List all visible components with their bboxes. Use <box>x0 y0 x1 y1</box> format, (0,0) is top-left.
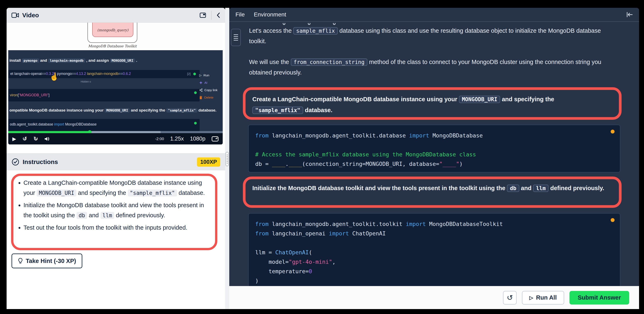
time-remaining: -2:00 <box>155 137 164 141</box>
cell-run-count: [2] <box>187 72 190 76</box>
video-code-cell-2: viron["MONGODB_URI"] <box>8 89 200 102</box>
instruction-bullet-3: Test out the four tools from the toolkit… <box>24 223 210 233</box>
run-all-play-icon: ▷ <box>529 295 533 301</box>
collapse-panel-chevron-left-icon[interactable] <box>216 12 220 18</box>
menu-item-delete: Delete <box>199 94 222 101</box>
video-camera-icon <box>12 12 19 18</box>
modified-dot <box>611 130 614 134</box>
rewind-10-icon[interactable]: ↺10 <box>22 136 27 142</box>
clipped-scrolled-text <box>283 23 336 25</box>
instructions-title: Instructions <box>23 158 58 166</box>
video-player[interactable]: (mongodb_query) MongoDB Database Toolkit… <box>8 23 223 144</box>
menu-environment[interactable]: Environment <box>254 11 286 18</box>
video-progress-bar[interactable] <box>8 131 223 133</box>
code-cell-1[interactable]: from langchain_mongodb.agent_toolkit.dat… <box>248 125 620 172</box>
markdown-paragraph-1: Let's access the sample_mflix database u… <box>249 26 618 46</box>
video-controls-bar: ▶ ↺10 ↻10 -2:00 1.25x 1080p <box>8 133 223 144</box>
ai-sparkle-icon <box>199 81 202 84</box>
menu-item-ai: AI <box>199 79 222 86</box>
share-icon <box>199 88 202 92</box>
instructions-header: Instructions 100XP <box>6 153 225 170</box>
panel-resize-gutter[interactable] <box>225 8 229 309</box>
run-status-dot <box>194 91 197 94</box>
check-circle-icon <box>12 158 19 166</box>
collapse-panel-right-icon[interactable] <box>626 12 633 18</box>
menu-item-run: ▷ Run <box>199 72 222 79</box>
trash-icon <box>199 96 202 100</box>
video-text-row-1: install pymongo and langchain-mongodb , … <box>10 58 137 63</box>
task-callout-1: Create a LangChain-compatible MongoDB da… <box>252 94 606 116</box>
toolkit-box-label: MongoDB Database Toolkit <box>88 44 137 48</box>
instruction-bullet-1: Create a LangChain-compatible MongoDB da… <box>24 178 210 198</box>
video-code-cell-3: odb.agent_toolkit.database import MongoD… <box>8 119 200 131</box>
instructions-body: Create a LangChain-compatible MongoDB da… <box>6 170 225 309</box>
header-divider <box>211 11 212 20</box>
cell-list-icon[interactable] <box>231 29 241 46</box>
run-all-button[interactable]: ▷ Run All <box>522 291 564 304</box>
forward-10-icon[interactable]: ↻10 <box>33 136 38 142</box>
play-icon[interactable]: ▶ <box>12 136 16 141</box>
volume-icon[interactable] <box>44 136 50 141</box>
menu-file[interactable]: File <box>236 11 245 18</box>
video-code-1: et langchain-openai==0.3.28 pymongo==4.1… <box>10 72 200 76</box>
bulb-icon <box>18 258 23 264</box>
video-cell-context-menu: ▷ Run AI <box>199 72 222 101</box>
hidden-output-label: Hidden o <box>81 80 91 83</box>
take-hint-button[interactable]: Take Hint (-30 XP) <box>12 254 82 268</box>
run-status-dot <box>194 122 197 124</box>
modified-dot <box>611 218 614 222</box>
video-played-bar <box>8 131 90 133</box>
run-status-dot <box>193 73 196 75</box>
hand-cursor-icon: ☝ <box>49 72 59 82</box>
reset-button[interactable]: ↺ <box>503 291 516 304</box>
fullscreen-icon[interactable] <box>212 136 218 142</box>
video-panel-title: Video <box>22 12 39 19</box>
video-panel: Video (mongodb_query) MongoDB Database T… <box>6 8 225 309</box>
notebook-menubar: File Environment <box>229 8 639 22</box>
xp-badge: 100XP <box>197 158 220 167</box>
notebook-footer: ↺ ▷ Run All Submit Answer <box>229 286 639 309</box>
task-callout-2: Initialize the MongoDB database toolkit … <box>252 183 608 194</box>
run-play-icon: ▷ <box>199 74 202 77</box>
video-quality[interactable]: 1080p <box>190 136 206 142</box>
instructions-list: Create a LangChain-compatible MongoDB da… <box>16 178 210 235</box>
video-frame-notebook: install pymongo and langchain-mongodb , … <box>8 50 223 131</box>
mongodb-query-box: (mongodb_query) <box>92 23 133 37</box>
video-panel-header: Video <box>6 8 225 23</box>
notebook-panel: File Environment Let's access the sample… <box>229 8 639 309</box>
video-code-2: viron["MONGODB_URI"] <box>10 93 200 97</box>
reset-icon: ↺ <box>507 294 513 302</box>
markdown-paragraph-2: We will use the from_connection_string m… <box>249 57 618 78</box>
drag-grip-handle[interactable] <box>226 152 229 166</box>
run-all-label: Run All <box>536 294 557 301</box>
menu-item-copy-link: Copy link <box>199 86 222 94</box>
video-text-row-2: ompatible MongoDB database instance usin… <box>10 108 216 112</box>
submit-answer-button[interactable]: Submit Answer <box>570 291 629 304</box>
playback-speed[interactable]: 1.25x <box>170 136 184 142</box>
video-code-cell-1: et langchain-openai==0.3.28 pymongo==4.1… <box>8 70 200 78</box>
take-hint-label: Take Hint (-30 XP) <box>26 258 76 264</box>
video-frame-diagram: (mongodb_query) MongoDB Database Toolkit <box>8 23 223 50</box>
video-code-3: odb.agent_toolkit.database import MongoD… <box>10 122 200 126</box>
code-cell-2-content: from langchain_mongodb.agent_toolkit.too… <box>255 219 613 286</box>
submit-answer-label: Submit Answer <box>578 294 621 301</box>
picture-in-picture-icon[interactable] <box>200 12 206 18</box>
instruction-bullet-2: Initialize the MongoDB database toolkit … <box>24 200 210 220</box>
code-cell-1-content: from langchain_mongodb.agent_toolkit.dat… <box>255 131 613 169</box>
code-cell-2[interactable]: from langchain_mongodb.agent_toolkit.too… <box>248 213 620 287</box>
app-window: Video (mongodb_query) MongoDB Database T… <box>0 0 644 314</box>
